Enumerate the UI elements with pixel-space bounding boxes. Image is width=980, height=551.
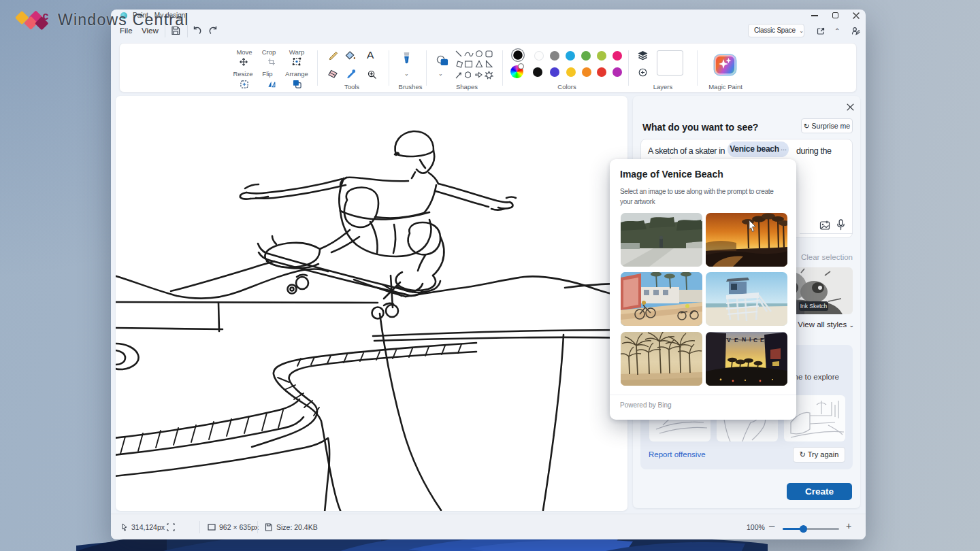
svg-text:I: I [749, 336, 751, 343]
svg-text:V: V [727, 337, 731, 344]
svg-text:C: C [753, 337, 757, 344]
svg-text:N: N [742, 336, 746, 343]
svg-text:E: E [734, 337, 738, 344]
svg-text:c: c [43, 10, 49, 22]
svg-text:E: E [760, 337, 764, 344]
